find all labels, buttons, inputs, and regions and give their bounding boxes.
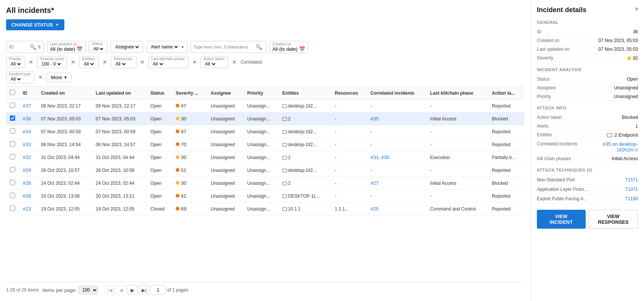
parameter-select[interactable]: Alert name: [149, 44, 179, 50]
row-checkbox[interactable]: [10, 128, 15, 134]
view-incident-button[interactable]: VIEW INCIDENT: [537, 210, 586, 229]
row-checkbox[interactable]: [10, 141, 15, 147]
resources-select[interactable]: All: [114, 61, 127, 67]
table-row[interactable]: #33 06 Nov 2023, 14:54 06 Nov 2023, 14:5…: [6, 138, 524, 151]
col-entities[interactable]: Entities: [279, 87, 331, 100]
priority-clear-button[interactable]: ✕: [28, 59, 34, 65]
change-status-button[interactable]: CHANGE STATUS ▼: [6, 19, 64, 30]
page-number-input[interactable]: [150, 285, 165, 295]
col-severity[interactable]: Severity ...: [172, 87, 207, 100]
table-row[interactable]: #23 19 Oct 2023, 12:05 19 Oct 2023, 12:0…: [6, 203, 524, 215]
incident-id-link[interactable]: #32: [23, 154, 31, 160]
status-select[interactable]: All: [92, 46, 104, 52]
correlated-link[interactable]: #35: [370, 116, 379, 122]
incident-id-link[interactable]: #23: [23, 206, 31, 212]
incident-id-link[interactable]: #37: [23, 103, 31, 109]
incident-type-clear-button[interactable]: ✕: [37, 74, 44, 80]
per-page-select[interactable]: 100: [79, 286, 98, 294]
correlated-link[interactable]: #30: [381, 154, 390, 160]
col-created[interactable]: Created on: [37, 87, 92, 100]
table-row[interactable]: #26 20 Oct 2023, 13:06 20 Oct 2023, 13:2…: [6, 190, 524, 203]
last-page-button[interactable]: ▶|: [139, 285, 149, 295]
total-pages: of 1 pages: [167, 287, 188, 293]
table-row[interactable]: #34 07 Nov 2023, 00:59 07 Nov 2023, 00:5…: [6, 125, 524, 138]
priority-filter[interactable]: Priority: All: [6, 56, 25, 68]
entities-select[interactable]: All: [82, 61, 95, 67]
incident-id-link[interactable]: #34: [23, 129, 31, 134]
resources-filter[interactable]: Resources: All: [111, 56, 136, 68]
first-page-button[interactable]: |◀: [105, 285, 115, 295]
col-id[interactable]: ID: [19, 87, 37, 100]
id-filter[interactable]: 🔍 ⇅: [6, 41, 44, 53]
search-filter[interactable]: 🔍: [190, 41, 266, 53]
row-checkbox[interactable]: [10, 180, 15, 185]
status-filter[interactable]: Status: All: [89, 41, 108, 53]
incident-id-link[interactable]: #33: [23, 142, 31, 147]
per-page-selector[interactable]: Items per page: 100: [42, 286, 98, 294]
table-row[interactable]: #36 07 Nov 2023, 05:03 07 Nov 2023, 05:0…: [6, 112, 524, 125]
view-responses-button[interactable]: VIEW RESPONSES: [589, 210, 638, 229]
col-priority[interactable]: Priority: [243, 87, 279, 100]
last-updated-filter[interactable]: Last updated on All (to date) 📅: [47, 41, 86, 53]
incident-type-filter[interactable]: Incident type: All: [6, 71, 34, 83]
row-checkbox[interactable]: [10, 103, 15, 108]
row-checkbox[interactable]: [10, 167, 15, 172]
assignee-filter[interactable]: Assignee: [111, 41, 143, 53]
action-clear-button[interactable]: ✕: [231, 59, 237, 65]
row-checkbox[interactable]: [10, 115, 15, 121]
table-row[interactable]: #28 24 Oct 2023, 02:44 24 Oct 2023, 02:4…: [6, 177, 524, 190]
technique-id-link[interactable]: T1190: [625, 196, 638, 201]
id-sort-icon[interactable]: ⇅: [37, 45, 41, 50]
technique-id-link[interactable]: T1071: [625, 187, 638, 192]
close-panel-button[interactable]: ×: [635, 5, 639, 13]
killchain-filter[interactable]: Last killchain phase: All: [148, 56, 189, 68]
severity-clear-button[interactable]: ✕: [70, 59, 76, 65]
row-checkbox[interactable]: [10, 193, 15, 198]
col-status[interactable]: Status: [147, 87, 172, 100]
correlated-link[interactable]: #27: [370, 180, 379, 186]
incident-id-link[interactable]: #26: [23, 193, 31, 199]
incident-type-select[interactable]: All: [9, 76, 22, 82]
entities-filter[interactable]: Entities: All: [79, 56, 99, 68]
technique-id-link[interactable]: T1571: [625, 177, 638, 182]
severity-select[interactable]: 100 - 0: [40, 61, 62, 67]
killchain-select[interactable]: All: [151, 61, 164, 67]
correlated-link[interactable]: #25: [370, 206, 379, 212]
row-checkbox[interactable]: [10, 206, 15, 211]
incident-id-link[interactable]: #28: [23, 180, 31, 186]
table-row[interactable]: #29 26 Oct 2023, 10:57 26 Oct 2023, 10:5…: [6, 164, 524, 177]
more-button[interactable]: More ▼: [47, 73, 72, 82]
next-page-button[interactable]: ▶: [128, 285, 137, 295]
entities-clear-button[interactable]: ✕: [102, 59, 108, 65]
incident-id-link[interactable]: #29: [23, 167, 31, 173]
incident-id-link[interactable]: #36: [23, 116, 31, 122]
select-all-checkbox[interactable]: [10, 90, 15, 95]
action-filter[interactable]: Action taken: All: [201, 56, 229, 68]
action-select[interactable]: All: [204, 61, 217, 67]
table-row[interactable]: #32 31 Oct 2023, 04:44 31 Oct 2023, 04:4…: [6, 151, 524, 164]
assignee-select[interactable]: Assignee: [114, 44, 140, 50]
prev-page-button[interactable]: ◀: [116, 285, 126, 295]
correlated-link[interactable]: #31: [370, 154, 379, 160]
col-action[interactable]: Action ta...: [488, 87, 524, 100]
col-assignee[interactable]: Assignee: [207, 87, 244, 100]
id-input[interactable]: [9, 44, 28, 50]
parameter-filter[interactable]: Alert name ▼: [146, 41, 187, 53]
priority-select[interactable]: All: [9, 61, 22, 67]
table-row[interactable]: #37 09 Nov 2023, 22:17 09 Nov 2023, 22:1…: [6, 100, 524, 112]
created-on-filter[interactable]: Created on All (to date) 📅: [269, 41, 308, 53]
row-checkbox[interactable]: [10, 154, 15, 159]
col-correlated[interactable]: Correlated incidents: [366, 87, 426, 100]
correlated-label: Correlated: [240, 59, 262, 65]
pagination: |◀ ◀ ▶ ▶| of 1 pages: [105, 285, 188, 295]
resources-clear-button[interactable]: ✕: [139, 59, 145, 65]
priority-cell: Unassign...: [243, 190, 279, 203]
search-input[interactable]: [193, 45, 254, 49]
col-updated[interactable]: Last updated on: [92, 87, 147, 100]
col-resources[interactable]: Resources: [331, 87, 366, 100]
killchain-clear-button[interactable]: ✕: [192, 59, 198, 65]
severity-filter[interactable]: Severity score 100 - 0: [37, 56, 67, 68]
col-killchain[interactable]: Last killchain phase: [426, 87, 488, 100]
copy-correlated-button[interactable]: ⎘: [635, 147, 638, 153]
correlated-incident-link[interactable]: #35 on desktop-1lt2h2m: [603, 141, 638, 153]
